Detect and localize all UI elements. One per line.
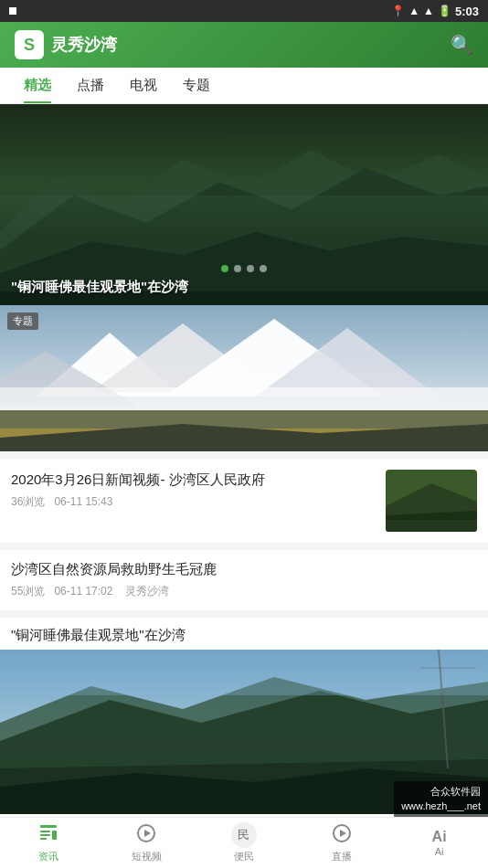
dot-2 — [234, 265, 241, 272]
news-icon — [37, 822, 59, 848]
status-left — [9, 7, 16, 15]
article-views: 55浏览 — [11, 585, 45, 598]
tab-featured[interactable]: 精选 — [11, 68, 64, 103]
watermark-line2: www.hezh___.net — [401, 799, 481, 813]
tag-badge: 专题 — [7, 312, 38, 330]
dot-1 — [221, 265, 228, 272]
article-date: 06-11 17:02 — [54, 585, 112, 598]
nav-item-news[interactable]: 资讯 — [0, 818, 98, 868]
nav-label-ai: Ai — [435, 846, 444, 857]
status-dot — [9, 7, 16, 15]
bottom-nav: 资讯 短视频 民 便民 直播 Ai Ai — [0, 817, 488, 868]
dot-3 — [247, 265, 254, 272]
article-simple[interactable]: 沙湾区自然资源局救助野生毛冠鹿 55浏览 06-11 17:02 灵秀沙湾 — [0, 550, 488, 610]
svg-rect-37 — [40, 838, 47, 840]
status-time: 5:03 — [455, 5, 479, 18]
search-button[interactable]: 🔍 — [451, 34, 473, 56]
nav-tabs: 精选 点播 电视 专题 — [0, 68, 488, 104]
article-row[interactable]: 2020年3月26日新闻视频- 沙湾区人民政府 36浏览 06-11 15:43 — [0, 459, 488, 543]
nav-label-live: 直播 — [332, 850, 352, 863]
article-title: 沙湾区自然资源局救助野生毛冠鹿 — [11, 561, 477, 578]
svg-marker-40 — [144, 830, 151, 837]
app-header: S 灵秀沙湾 🔍 — [0, 22, 488, 68]
article-title: 2020年3月26日新闻视频- 沙湾区人民政府 — [11, 470, 375, 489]
ai-icon: Ai — [432, 830, 447, 844]
status-right: 📍 ▲ ▲ 🔋 5:03 — [391, 5, 479, 18]
featured-article-image: 专题 — [0, 305, 488, 451]
civic-icon: 民 — [231, 822, 257, 848]
article-meta: 36浏览 06-11 15:43 — [11, 494, 375, 510]
article-source: 灵秀沙湾 — [125, 585, 169, 598]
tab-tv[interactable]: 电视 — [117, 68, 170, 103]
nav-item-shorts[interactable]: 短视频 — [98, 818, 196, 868]
logo-icon: S — [15, 30, 44, 59]
svg-rect-36 — [40, 834, 50, 836]
status-bar: 📍 ▲ ▲ 🔋 5:03 — [0, 0, 488, 22]
svg-rect-34 — [40, 825, 57, 828]
article-content: 2020年3月26日新闻视频- 沙湾区人民政府 36浏览 06-11 15:43 — [11, 470, 375, 510]
svg-rect-27 — [0, 650, 488, 695]
nav-item-ai[interactable]: Ai Ai — [390, 818, 488, 868]
article-thumbnail — [386, 470, 477, 532]
featured-article[interactable]: 专题 — [0, 305, 488, 451]
nav-label-news: 资讯 — [38, 850, 58, 863]
svg-marker-42 — [340, 830, 346, 837]
wifi-icon: ▲ — [408, 5, 419, 17]
watermark-line1: 合众软件园 — [401, 785, 481, 799]
tab-special[interactable]: 专题 — [170, 68, 223, 103]
hero-banner[interactable]: "铜河睡佛最佳观景地"在沙湾 — [0, 104, 488, 305]
svg-rect-5 — [0, 196, 488, 232]
live-icon — [331, 822, 353, 848]
article-date: 06-11 15:43 — [54, 495, 112, 508]
nav-item-civic[interactable]: 民 便民 — [196, 818, 293, 868]
battery-icon: 🔋 — [438, 5, 451, 17]
shorts-icon — [135, 822, 157, 848]
app-title: 灵秀沙湾 — [51, 34, 117, 56]
svg-rect-38 — [52, 831, 57, 840]
signal-icon: ▲ — [423, 5, 434, 17]
article-views: 36浏览 — [11, 495, 45, 508]
banner-dots — [221, 265, 267, 272]
nav-item-live[interactable]: 直播 — [292, 818, 390, 868]
location-icon: 📍 — [391, 5, 405, 17]
dot-4 — [260, 265, 267, 272]
watermark: 合众软件园 www.hezh___.net — [394, 781, 488, 817]
svg-rect-19 — [386, 520, 477, 532]
app-logo: S 灵秀沙湾 — [15, 30, 117, 59]
hero-title: "铜河睡佛最佳观景地"在沙湾 — [11, 279, 188, 296]
article-meta: 55浏览 06-11 17:02 灵秀沙湾 — [11, 584, 477, 599]
article-title: "铜河睡佛最佳观景地"在沙湾 — [0, 618, 488, 650]
nav-label-shorts: 短视频 — [132, 850, 162, 863]
svg-rect-35 — [40, 831, 50, 832]
tab-ondemand[interactable]: 点播 — [64, 68, 117, 103]
nav-label-civic: 便民 — [234, 850, 254, 863]
